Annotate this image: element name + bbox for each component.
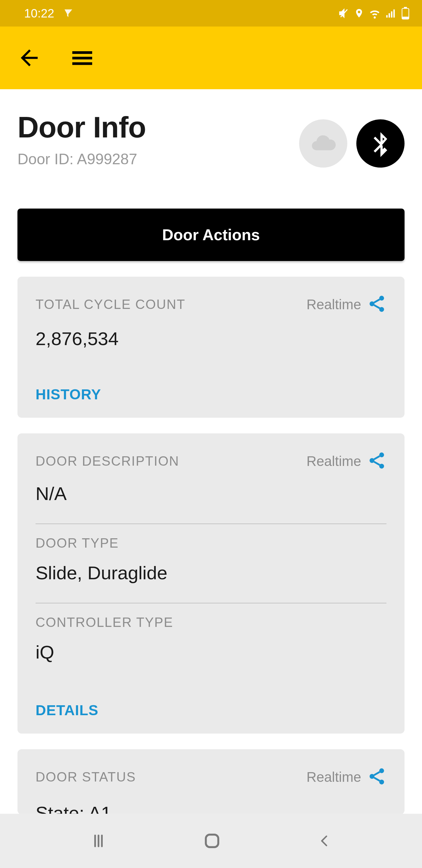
- share-button[interactable]: [367, 294, 386, 315]
- svg-point-18: [379, 464, 384, 469]
- card-total-cycle-count: TOTAL CYCLE COUNT Realtime 2,876,534 HIS…: [18, 277, 404, 418]
- status-time: 10:22: [24, 7, 54, 20]
- svg-rect-8: [72, 51, 92, 54]
- realtime-indicator: Realtime: [306, 767, 386, 787]
- nav-back-button[interactable]: [318, 834, 332, 848]
- card-door-description: DOOR DESCRIPTION Realtime N/A DOOR T: [18, 433, 404, 734]
- door-type-value: Slide, Duraglide: [36, 562, 386, 584]
- realtime-indicator: Realtime: [306, 294, 386, 315]
- realtime-label: Realtime: [306, 453, 361, 469]
- svg-rect-2: [391, 11, 392, 18]
- svg-point-11: [379, 296, 384, 301]
- mute-icon: [338, 7, 350, 19]
- cloud-status-button[interactable]: [299, 119, 347, 167]
- system-navigation-bar: [0, 814, 422, 868]
- share-button[interactable]: [367, 451, 386, 471]
- home-icon: [203, 832, 221, 850]
- controller-type-label: CONTROLLER TYPE: [36, 615, 386, 630]
- svg-rect-3: [393, 9, 395, 18]
- cycle-count-value: 2,876,534: [36, 328, 386, 349]
- card-header: DOOR DESCRIPTION Realtime: [36, 451, 386, 471]
- battery-icon: 7: [401, 7, 410, 20]
- app-bar: [0, 27, 422, 89]
- field-door-type: DOOR TYPE Slide, Duraglide: [36, 535, 386, 591]
- card-header: TOTAL CYCLE COUNT Realtime: [36, 294, 386, 315]
- door-status-value: State: A1: [36, 802, 386, 814]
- svg-point-12: [369, 301, 375, 306]
- svg-line-20: [374, 462, 380, 465]
- status-bar-right: 7: [338, 7, 410, 20]
- bluetooth-icon: [367, 130, 394, 157]
- svg-point-23: [379, 780, 384, 784]
- svg-line-14: [374, 299, 380, 303]
- door-description-value: N/A: [36, 483, 386, 504]
- realtime-indicator: Realtime: [306, 451, 386, 471]
- share-icon: [367, 767, 386, 786]
- history-link[interactable]: HISTORY: [36, 386, 386, 403]
- hamburger-menu-icon: [69, 44, 96, 71]
- location-icon: [354, 8, 364, 19]
- signal-icon: [385, 7, 397, 19]
- back-arrow-icon: [17, 45, 42, 70]
- cloud-icon: [310, 130, 337, 157]
- content-area: Door Info Door ID: A999287 Door Actions …: [0, 89, 422, 814]
- status-app-icon: [63, 8, 73, 19]
- page-header-text: Door Info Door ID: A999287: [18, 110, 146, 168]
- status-bar-left: 10:22: [24, 7, 73, 20]
- field-controller-type: CONTROLLER TYPE iQ: [36, 615, 386, 671]
- status-bar: 10:22 7: [0, 0, 422, 27]
- recent-apps-icon: [90, 833, 107, 849]
- door-actions-button[interactable]: Door Actions: [18, 209, 404, 261]
- divider: [36, 524, 386, 524]
- svg-point-17: [369, 458, 375, 463]
- svg-point-22: [369, 774, 375, 779]
- svg-rect-10: [72, 62, 92, 65]
- menu-button[interactable]: [69, 44, 96, 71]
- details-link[interactable]: DETAILS: [36, 702, 386, 718]
- controller-type-value: iQ: [36, 641, 386, 663]
- card-door-status: DOOR STATUS Realtime State: A1: [18, 749, 404, 814]
- share-icon: [367, 294, 386, 313]
- page-header: Door Info Door ID: A999287: [18, 89, 404, 168]
- wifi-icon: [368, 7, 381, 20]
- card-label: DOOR STATUS: [36, 770, 136, 784]
- svg-line-19: [374, 456, 380, 459]
- svg-line-25: [374, 778, 380, 781]
- realtime-label: Realtime: [306, 296, 361, 313]
- nav-back-icon: [318, 834, 332, 848]
- svg-rect-0: [386, 15, 388, 18]
- svg-line-15: [374, 305, 380, 308]
- svg-rect-1: [389, 13, 390, 18]
- home-button[interactable]: [203, 832, 221, 850]
- share-icon: [367, 451, 386, 470]
- svg-rect-6: [402, 17, 409, 19]
- field-door-description: N/A: [36, 483, 386, 512]
- divider: [36, 603, 386, 603]
- back-button[interactable]: [17, 45, 42, 70]
- svg-point-21: [379, 768, 384, 773]
- card-header: DOOR STATUS Realtime: [36, 767, 386, 787]
- card-label: DOOR DESCRIPTION: [36, 454, 179, 469]
- svg-rect-9: [72, 57, 92, 59]
- door-id-label: Door ID: A999287: [18, 150, 146, 168]
- svg-rect-29: [206, 835, 218, 847]
- door-type-label: DOOR TYPE: [36, 535, 386, 551]
- svg-line-24: [374, 772, 380, 775]
- recent-apps-button[interactable]: [90, 833, 107, 849]
- svg-point-13: [379, 307, 384, 312]
- connection-icons: [299, 110, 404, 167]
- page-title: Door Info: [18, 110, 146, 144]
- share-button[interactable]: [367, 767, 386, 787]
- svg-point-16: [379, 453, 384, 457]
- bluetooth-status-button[interactable]: [356, 119, 404, 167]
- card-label: TOTAL CYCLE COUNT: [36, 297, 186, 312]
- svg-text:7: 7: [404, 10, 407, 16]
- realtime-label: Realtime: [306, 769, 361, 785]
